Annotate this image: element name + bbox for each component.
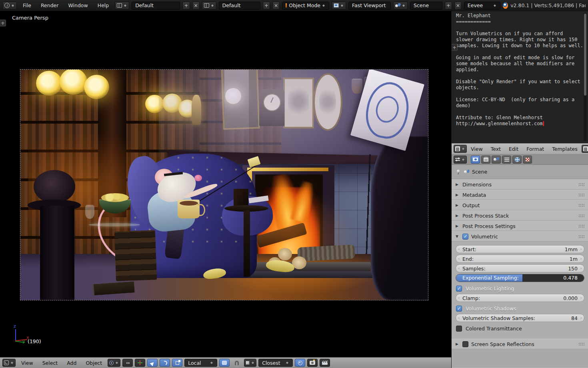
render-engine-dropdown[interactable]: Eevee [464,2,500,10]
volumetric-lighting-row[interactable]: ✓ Volumetric Lighting [455,284,585,293]
tab-world[interactable] [512,156,522,164]
proportional-edit-toggle[interactable] [295,359,305,367]
add-layout-button[interactable]: + [182,2,190,10]
viewport-3d[interactable]: Camera Persp + z x y (190) [0,11,451,357]
volumetric-shadow-samples-slider[interactable]: ‹ Volumetric Shadow Samples: 84 › [456,314,584,322]
menu-window[interactable]: Window [64,2,91,8]
editor-type-selector[interactable]: i [2,2,17,10]
screen-layout-field[interactable]: Default [132,2,180,10]
drag-handle-icon[interactable] [578,235,584,238]
menu-render[interactable]: Render [37,2,62,8]
panel-post-process-stack[interactable]: ▶ Post Process Stack [452,210,588,221]
volumetric-lighting-checkbox[interactable]: ✓ [456,286,462,292]
tab-texture[interactable] [523,156,532,164]
drag-handle-icon[interactable] [578,193,584,197]
viewport-config-field[interactable]: Fast Viewport [348,2,391,10]
panel-post-process-settings[interactable]: ▶ Post Process Settings [452,221,588,231]
drag-handle-icon[interactable] [578,224,584,228]
volumetric-start-slider[interactable]: ‹ Start: 1mm › [456,245,584,253]
menu-select[interactable]: Select [39,360,62,366]
snap-surface-toggle[interactable] [219,359,230,367]
rotate-manipulator-button[interactable] [160,359,170,367]
drag-handle-icon[interactable] [578,342,584,346]
sidebar-toggle-tab[interactable]: + [0,20,6,26]
menu-format[interactable]: Format [522,146,548,152]
volumetric-end-slider[interactable]: ‹ End: 1m › [456,255,584,263]
exponential-sampling-slider[interactable]: Exponential Sampling: 0.478 [456,274,584,282]
scene-selector-icon-button[interactable] [393,2,408,10]
increment-arrow-icon[interactable]: › [580,295,582,300]
panel-output[interactable]: ▶ Output [452,200,588,210]
text-editor-properties-tab[interactable]: + [452,44,458,51]
editor-type-selector[interactable] [454,156,467,164]
clamp-slider[interactable]: ‹ Clamp: 0.000 › [456,294,584,302]
translate-manipulator-button[interactable] [147,359,158,367]
viewport-config-icon-button[interactable] [332,2,346,10]
pivot-point-selector[interactable] [108,359,120,367]
tab-view-layer[interactable] [502,156,511,164]
drag-handle-icon[interactable] [578,204,584,207]
text-editor[interactable]: Mr. Elephant============Turn Volumetrics… [452,11,588,143]
add-scene-button[interactable]: + [445,2,452,10]
colored-transmittance-row[interactable]: Colored Transmittance [455,324,585,333]
manipulator-toggle-button[interactable] [135,359,145,367]
menu-object[interactable]: Object [82,360,106,366]
increment-arrow-icon[interactable]: › [580,246,582,252]
opengl-render-button[interactable] [307,359,318,367]
ssr-enable-checkbox[interactable] [462,341,468,347]
tab-render[interactable] [471,156,480,164]
panel-volumetric[interactable]: ▼ ✓ Volumetric [452,231,588,242]
transform-orientation-dropdown[interactable]: Local [184,359,217,367]
decrement-arrow-icon[interactable]: ‹ [458,266,460,271]
screen-layout2-field[interactable]: Default [219,2,260,10]
screen-layout-icon-button[interactable] [115,2,129,10]
menu-add[interactable]: Add [63,360,80,366]
drag-handle-icon[interactable] [578,183,584,186]
volumetric-shadows-checkbox[interactable]: ✓ [456,306,462,312]
editor-type-selector[interactable] [454,145,467,153]
editor-type-selector[interactable] [2,359,16,367]
delete-layout2-button[interactable]: × [272,2,280,10]
text-editor-content[interactable]: Mr. Elephant============Turn Volumetrics… [456,13,583,127]
drag-handle-icon[interactable] [578,214,584,218]
colored-transmittance-checkbox[interactable] [456,326,462,332]
menu-view[interactable]: View [18,360,37,366]
snap-element-selector[interactable] [244,359,256,367]
pin-icon[interactable] [456,170,461,174]
volumetric-enable-checkbox[interactable]: ✓ [462,234,468,240]
scene-selector-field[interactable]: Scene [410,2,442,10]
add-layout2-button[interactable]: + [263,2,270,10]
editor-type-selector-2[interactable] [582,145,588,153]
decrement-arrow-icon[interactable]: ‹ [458,256,460,261]
decrement-arrow-icon[interactable]: ‹ [458,295,460,300]
increment-arrow-icon[interactable]: › [580,256,582,261]
snap-toggle-button[interactable] [232,359,242,367]
panel-metadata[interactable]: ▶ Metadata [452,190,588,200]
increment-arrow-icon[interactable]: › [580,266,582,271]
panel-dimensions[interactable]: ▶ Dimensions [452,179,588,190]
snap-target-dropdown[interactable]: Closest [258,359,293,367]
menu-file[interactable]: File [19,2,35,8]
opengl-animation-button[interactable] [320,359,330,367]
mode-dropdown[interactable]: Object Mode [282,2,329,10]
delete-layout-button[interactable]: × [192,2,200,10]
scrollbar-thumb[interactable] [584,14,586,96]
increment-arrow-icon[interactable]: › [580,315,582,320]
decrement-arrow-icon[interactable]: ‹ [458,315,460,320]
delete-scene-button[interactable]: × [454,2,462,10]
volumetric-samples-slider[interactable]: ‹ Samples: 150 › [456,264,584,272]
text-editor-scrollbar[interactable] [584,13,587,141]
menu-view[interactable]: View [467,146,487,152]
screen-layout2-icon-button[interactable] [202,2,216,10]
manipulate-centers-button[interactable]: ↔ [122,359,133,367]
scale-manipulator-button[interactable] [172,359,182,367]
menu-edit[interactable]: Edit [505,146,522,152]
tab-output[interactable] [481,156,490,164]
tab-scene[interactable] [492,156,501,164]
menu-text[interactable]: Text [487,146,505,152]
menu-help[interactable]: Help [94,2,113,8]
volumetric-shadows-row[interactable]: ✓ Volumetric Shadows [455,304,585,313]
menu-templates[interactable]: Templates [548,146,582,152]
panel-screen-space-reflections[interactable]: ▶ Screen Space Reflections [452,339,588,349]
decrement-arrow-icon[interactable]: ‹ [458,246,460,252]
